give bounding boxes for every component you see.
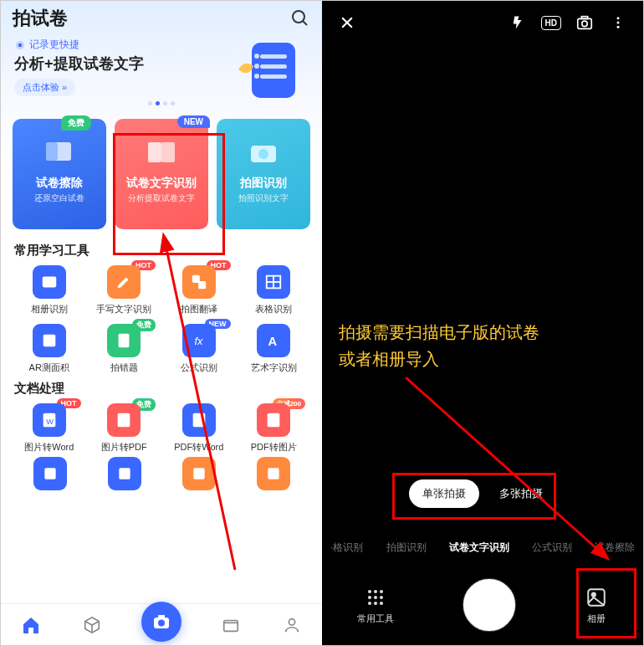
section-study-tools: 常用学习工具 相册识别 HOT手写文字识别 HOT拍图翻译 表格识别 AR测面积… [1,238,322,376]
note-icon [107,324,141,357]
svg-rect-24 [119,334,130,348]
svg-point-52 [380,590,383,593]
nav-cube[interactable] [81,614,103,636]
single-shot-button[interactable]: 单张拍摄 [409,479,479,508]
svg-text:fx: fx [194,335,203,347]
svg-point-55 [380,596,383,599]
mode-item-active[interactable]: 试卷文字识别 [444,541,514,555]
album-button[interactable]: 相册 [585,586,608,625]
eraser-icon [43,137,76,167]
nav-home[interactable] [20,614,42,636]
grid-icon [364,586,387,609]
album-icon [585,586,608,609]
extra-tool-3[interactable] [182,457,216,490]
svg-rect-29 [118,413,130,428]
svg-rect-31 [268,413,280,428]
svg-rect-33 [119,468,130,479]
extra-tool-4[interactable] [257,457,290,490]
mode-item[interactable]: ·格识别 [325,541,368,555]
card-subtitle: 还原空白试卷 [34,192,84,204]
camera-switch-icon[interactable] [575,13,595,33]
close-icon[interactable] [337,13,357,33]
svg-point-16 [258,149,268,159]
free-badge: 免费 [61,115,91,131]
table-icon [257,265,290,299]
mode-item[interactable]: 公式识别 [527,541,577,555]
new-badge: NEW [177,115,210,128]
tool-translate[interactable]: HOT拍图翻译 [164,265,234,315]
gallery-icon [33,265,66,299]
card-subtitle: 拍照识别文字 [238,192,289,204]
svg-rect-19 [198,281,206,289]
card-text-recognition[interactable]: NEW 试卷文字识别 分析提取试卷文字 [115,119,208,229]
bottom-nav [1,603,322,645]
svg-rect-39 [224,620,238,631]
pdf-icon [107,403,141,437]
banner-cta-button[interactable]: 点击体验 » [14,79,75,96]
card-photo-recognition[interactable]: 拍图识别 拍照识别文字 [217,119,310,229]
nav-camera-button[interactable] [141,602,181,642]
nav-profile[interactable] [281,614,303,636]
feature-cards: 免费 试卷擦除 还原空白试卷 NEW 试卷文字识别 分析提取试卷文字 拍图识别 … [1,110,322,238]
card-subtitle: 分析提取试卷文字 [128,192,195,204]
common-tools-button[interactable]: 常用工具 [357,586,394,625]
svg-point-50 [368,590,371,593]
tool-album-scan[interactable]: 相册识别 [14,265,84,315]
svg-rect-34 [193,468,204,479]
extra-tool-1[interactable] [33,457,67,490]
camera-mode-scroller[interactable]: ·格识别 拍图识别 试卷文字识别 公式识别 试卷擦除 [322,541,643,555]
svg-point-10 [254,74,259,79]
extra-tools-row [1,455,322,490]
svg-rect-46 [581,17,587,19]
svg-rect-17 [43,277,57,288]
search-icon[interactable] [290,8,310,28]
svg-rect-18 [192,275,200,283]
camera-top-bar: HD [322,1,643,44]
more-icon[interactable] [608,13,628,33]
multi-shot-button[interactable]: 多张拍摄 [486,479,556,508]
svg-point-54 [374,596,377,599]
tool-ar-measure[interactable]: AR测面积 [14,324,84,374]
tool-pdf-to-img[interactable]: 立减200PDF转图片 [239,403,309,454]
tool-art-font[interactable]: A艺术字识别 [239,324,309,374]
sparkle-icon [14,39,26,51]
tool-wrong-question[interactable]: 免费拍错题 [89,324,160,374]
svg-point-57 [374,602,377,605]
svg-point-0 [293,11,304,23]
tool-handwriting[interactable]: HOT手写文字识别 [89,265,160,315]
tool-img-to-pdf[interactable]: 免费图片转PDF [89,403,160,454]
svg-point-48 [617,22,620,24]
hd-toggle[interactable]: HD [541,16,561,30]
svg-rect-30 [192,413,205,428]
svg-rect-7 [260,74,287,79]
app-home-screen: 拍试卷 记录更快捷 分析+提取试卷文字 点击体验 » 免费 [1,1,322,645]
svg-point-49 [617,26,620,28]
svg-rect-13 [148,142,161,162]
tool-formula[interactable]: NEWfx公式识别 [164,324,234,374]
shutter-button[interactable] [463,579,515,631]
camera-bottom-bar: 常用工具 相册 [322,565,643,645]
svg-rect-12 [46,142,58,161]
page-title: 拍试卷 [13,6,68,31]
tool-table[interactable]: 表格识别 [239,265,309,315]
mode-item[interactable]: 试卷擦除 [590,541,640,555]
section-title: 文档处理 [14,381,309,397]
svg-point-47 [617,17,620,19]
pencil-icon [107,265,141,299]
mode-item[interactable]: 拍图识别 [381,541,432,555]
svg-rect-4 [252,43,295,98]
svg-point-3 [18,43,23,47]
tool-img-to-word[interactable]: HOTW图片转Word [14,403,84,454]
header: 拍试卷 [1,1,322,31]
promo-banner[interactable]: 记录更快捷 分析+提取试卷文字 点击体验 » [1,31,322,110]
tool-pdf-to-word[interactable]: PDF转Word [164,403,234,454]
extra-tool-2[interactable] [108,457,141,490]
svg-rect-35 [268,468,279,479]
flash-icon[interactable] [508,13,528,33]
nav-files[interactable] [220,614,242,636]
section-title: 常用学习工具 [14,243,309,259]
card-title: 试卷擦除 [36,176,83,191]
svg-point-45 [582,21,587,26]
card-paper-erase[interactable]: 免费 试卷擦除 还原空白试卷 [13,119,106,229]
ruler-icon [33,324,66,357]
